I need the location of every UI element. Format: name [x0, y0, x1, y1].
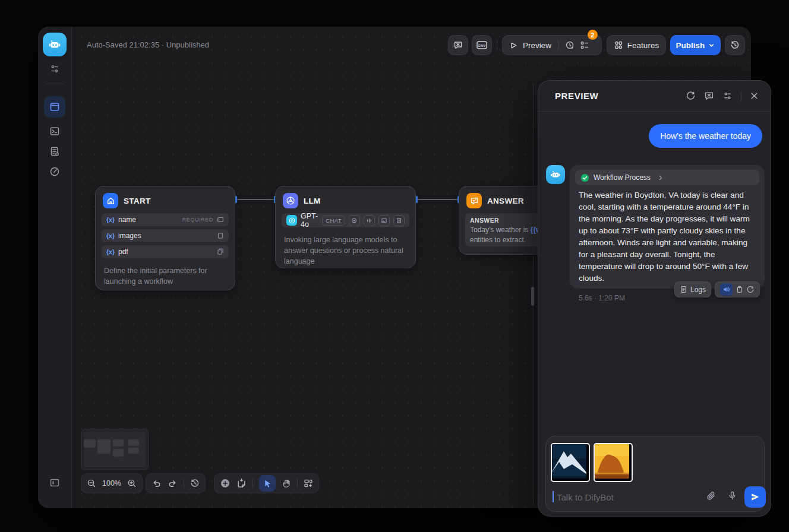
undo-icon[interactable]	[152, 479, 162, 489]
publish-button[interactable]: Publish	[670, 35, 721, 55]
preview-group: Preview	[502, 35, 602, 55]
user-message-bubble: How's the weather today	[649, 124, 762, 148]
node-title: START	[124, 197, 151, 205]
node-title: LLM	[304, 197, 321, 205]
copy-icon[interactable]	[736, 286, 743, 293]
speaker-icon[interactable]	[720, 283, 733, 296]
preview-panel: PREVIEW How's the weather today Workflow…	[538, 80, 771, 517]
version-history-button[interactable]	[725, 35, 745, 55]
vision-capability-icon	[349, 215, 360, 226]
success-check-icon	[580, 173, 589, 182]
clear-chat-icon[interactable]	[704, 91, 714, 101]
answer-icon	[466, 193, 482, 208]
toolbar-divider	[497, 40, 497, 50]
node-start[interactable]: START {x} name REQUIRED {x} images {x} p…	[95, 186, 235, 290]
add-note-icon[interactable]	[236, 479, 247, 489]
attached-image-mountain-sunset[interactable]	[594, 443, 633, 482]
start-field-name[interactable]: {x} name REQUIRED	[102, 213, 229, 226]
attached-image-mountain-night[interactable]	[551, 443, 590, 482]
play-icon	[510, 42, 517, 49]
app-logo-robot-icon[interactable]	[43, 33, 67, 56]
field-name: name	[118, 216, 136, 224]
start-field-pdf[interactable]: {x} pdf	[102, 245, 229, 258]
field-name: pdf	[118, 248, 128, 256]
hand-mode-button[interactable]	[282, 479, 291, 488]
logs-button[interactable]: Logs	[674, 281, 711, 297]
llm-icon	[283, 193, 298, 208]
zoom-level[interactable]: 100%	[102, 479, 121, 487]
text-cursor	[553, 491, 554, 502]
preview-button[interactable]: Preview	[523, 41, 551, 50]
image-capability-icon	[378, 215, 390, 226]
home-icon	[103, 193, 118, 208]
workflow-process-toggle[interactable]: Workflow Process	[575, 170, 759, 185]
model-name: GPT-4o	[301, 212, 318, 229]
preview-header: PREVIEW	[538, 81, 771, 112]
add-node-icon[interactable]	[220, 478, 231, 489]
autosave-status: Auto-Saved 21:02:35 · Unpublished	[87, 40, 209, 49]
variable-token: {x}	[106, 216, 115, 223]
minimap-node	[113, 439, 124, 446]
bot-avatar	[546, 165, 565, 184]
settings-sliders-icon[interactable]	[722, 91, 733, 101]
checklist-count-badge: 2	[588, 30, 598, 40]
toolbar-divider	[253, 479, 253, 488]
logs-icon	[680, 286, 687, 293]
sidebar-item-monitoring[interactable]	[44, 161, 65, 182]
canvas-tools	[214, 473, 319, 493]
sidebar-item-terminal[interactable]	[44, 121, 65, 142]
chevron-down-icon	[708, 42, 715, 49]
file-list-icon	[217, 232, 224, 239]
features-label: Features	[627, 41, 659, 50]
refresh-conversation-icon[interactable]	[686, 91, 696, 101]
llm-model-selector[interactable]: GPT-4o CHAT	[282, 213, 409, 227]
restart-chat-button[interactable]	[448, 35, 468, 55]
attach-file-icon[interactable]	[706, 491, 716, 501]
canvas-minimap[interactable]	[81, 429, 149, 470]
pointer-mode-button[interactable]	[259, 475, 276, 492]
bot-message-card: Workflow Process The weather in Boydton,…	[570, 165, 765, 289]
collapse-sidebar-icon[interactable]	[49, 477, 61, 489]
send-button[interactable]	[744, 486, 766, 508]
panel-resize-handle[interactable]	[531, 287, 534, 306]
answer-text: Today's weather is	[470, 226, 531, 234]
field-name: images	[118, 232, 141, 240]
node-title: ANSWER	[487, 197, 524, 205]
document-capability-icon	[393, 215, 405, 226]
checklist-settings-icon[interactable]	[38, 64, 71, 74]
header-divider	[741, 91, 741, 101]
microphone-icon[interactable]	[727, 490, 737, 501]
zoom-controls: 100%	[81, 473, 143, 493]
message-actions: Logs	[674, 281, 760, 297]
publish-label: Publish	[676, 41, 705, 50]
zoom-out-icon[interactable]	[87, 479, 96, 488]
group-divider	[558, 40, 558, 50]
minimap-node	[97, 439, 111, 454]
tidy-layout-icon[interactable]	[304, 479, 313, 488]
audio-capability-icon	[364, 215, 375, 226]
regenerate-icon[interactable]	[746, 286, 755, 294]
minimap-node	[84, 439, 96, 448]
redo-icon[interactable]	[168, 479, 178, 489]
env-label: ENV	[478, 44, 485, 48]
chat-input[interactable]	[556, 489, 689, 505]
change-history-icon[interactable]	[190, 479, 200, 488]
zoom-in-icon[interactable]	[127, 479, 137, 488]
features-button[interactable]: Features	[607, 35, 666, 55]
sidebar-item-orchestrate[interactable]	[44, 96, 65, 118]
sidebar-divider	[46, 84, 63, 84]
checklist-icon[interactable]	[580, 40, 589, 50]
edge-llm-answer	[416, 199, 459, 200]
toolbar-divider	[184, 479, 184, 488]
close-icon[interactable]	[750, 91, 759, 100]
start-field-images[interactable]: {x} images	[102, 229, 229, 242]
message-tools	[715, 281, 760, 297]
edge-start-llm	[236, 199, 275, 200]
sidebar-item-logs[interactable]	[44, 141, 65, 162]
required-label: REQUIRED	[182, 217, 213, 223]
run-history-icon[interactable]	[565, 40, 575, 50]
sidebar	[38, 27, 72, 508]
node-llm[interactable]: LLM GPT-4o CHAT Invoking large language …	[275, 186, 416, 268]
env-variables-button[interactable]: ENV	[472, 35, 492, 55]
files-icon	[217, 248, 224, 255]
